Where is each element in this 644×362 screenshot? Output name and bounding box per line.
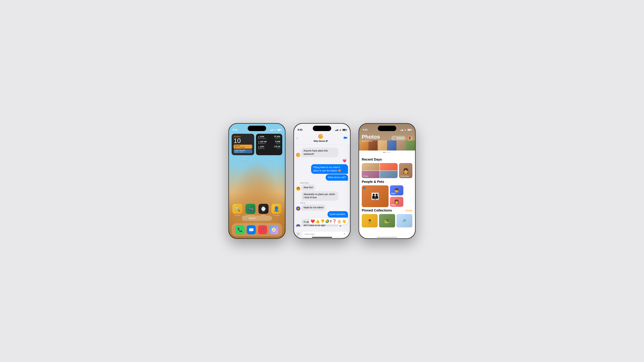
- dot[interactable]: [386, 152, 386, 153]
- msg-row: 😊 Anyone have plans this weekend?: [296, 148, 348, 157]
- wifi-icon-photos: ▲: [404, 129, 406, 131]
- dock: 📞 ✉️ 🎵 🧭: [232, 223, 282, 236]
- modify-button[interactable]: Modify: [406, 209, 412, 212]
- message-bubble: 💗: [341, 158, 348, 164]
- widgets-row: Monday 10 Site visit 10:15 – 10:45AM Lun…: [232, 134, 282, 155]
- dot[interactable]: [390, 152, 390, 153]
- msg-row: 🧔 Nada for me either!: [296, 204, 348, 211]
- msg-row: Flying down to my sister's place to see …: [296, 164, 348, 174]
- person-card-group[interactable]: 👪 👥: [362, 185, 388, 207]
- chevron-right-icon: ›: [392, 209, 394, 212]
- app-find-my[interactable]: 🔍 Find My: [232, 204, 243, 217]
- dynamic-island: [248, 126, 266, 131]
- phone-messages: 9:41 ▲: [294, 123, 350, 239]
- status-bar-photos: 9:41 ▲: [359, 124, 415, 132]
- wifi-icon: ▲: [274, 129, 276, 131]
- msg-row: What about y'all?: [296, 174, 348, 181]
- dock-music[interactable]: 🎵: [258, 225, 267, 234]
- person-card-maya[interactable]: 👩 Maya: [390, 197, 403, 207]
- msg-row: 💗: [296, 158, 348, 164]
- avatar: 🧔: [296, 206, 300, 211]
- home-indicator: [312, 237, 332, 238]
- people-grid: 👪 👥 👦 Amit 👩 Maya: [362, 185, 412, 207]
- contact-info: 😊 Silly Geese 🕊: [314, 134, 328, 142]
- recent-days-section: Recent Days ›: [362, 158, 412, 161]
- group-avatar: 😊: [318, 134, 324, 139]
- messages-header: ‹ 😊 Silly Geese 🕊: [294, 132, 350, 144]
- message-bubble: Absolutely no plans yet, which I kind of…: [301, 191, 338, 201]
- back-button[interactable]: ‹: [297, 136, 298, 140]
- user-avatar[interactable]: 👤: [407, 136, 412, 141]
- pinned-card[interactable]: 🐢: [379, 214, 395, 227]
- dock-safari[interactable]: 🧭: [269, 225, 278, 234]
- message-bubble: Flying down to my sister's place to see …: [311, 164, 348, 174]
- photos-search-button[interactable]: 🔍 Search: [391, 136, 406, 140]
- dynamic-island-msg: [313, 126, 331, 131]
- avatar: 🧑: [296, 186, 300, 191]
- app-facetime[interactable]: 📹 FaceTime: [245, 204, 256, 217]
- photos-content: Recent Days › Today: [359, 155, 415, 238]
- recent-days-grid: Today 👧 Yesterday: [362, 163, 412, 178]
- avatar: 🧔: [296, 224, 300, 227]
- status-icons: ▲: [270, 129, 281, 131]
- messages-list: 😊 Anyone have plans this weekend? 💗 Flyi…: [294, 145, 350, 227]
- message-bubble: Anyone have plans this weekend?: [301, 148, 338, 157]
- widget-labels: Calendar Stocks: [232, 159, 282, 161]
- person-card-amit[interactable]: 👦 Amit: [390, 185, 403, 195]
- stock-item-sp500: ▲ S&P 500 Standard &... 5,036 +80.48: [258, 140, 280, 144]
- pinned-grid: 🌻 🐢 🗺️: [362, 214, 412, 227]
- message-bubble: Aww fun!: [301, 184, 315, 191]
- pinned-card[interactable]: 🌻: [362, 214, 378, 227]
- message-bubble: What about y'all?: [326, 174, 348, 181]
- message-input[interactable]: iMessage 🎙: [302, 231, 348, 237]
- message-bubble: Quick question:: [328, 211, 348, 218]
- photos-header: Photos 8,342 Items 🔍 Search 👤: [359, 132, 415, 144]
- dock-mail[interactable]: ✉️: [247, 225, 256, 234]
- widget-calendar[interactable]: Monday 10 Site visit 10:15 – 10:45AM Lun…: [232, 134, 254, 155]
- group-icon: 👥: [363, 186, 366, 189]
- scene: 9:41 ▲: [215, 113, 429, 249]
- photos-nav-dots: [359, 152, 415, 153]
- battery-icon-msg: [342, 129, 346, 131]
- app-watch[interactable]: ⌚ Watch: [258, 204, 269, 217]
- search-bar[interactable]: 🔍 Search: [242, 216, 272, 221]
- signal-icon: [270, 129, 273, 131]
- dot[interactable]: [384, 152, 384, 153]
- app-grid: 🔍 Find My 📹 FaceTime ⌚ Wa: [232, 204, 282, 217]
- plus-button[interactable]: +: [296, 232, 301, 237]
- photo-card-today[interactable]: Today: [362, 163, 398, 178]
- battery-icon-photos: [407, 129, 412, 131]
- photos-title: Photos: [362, 134, 380, 140]
- phone-home: 9:41 ▲: [228, 123, 286, 239]
- chevron-right-icon: ›: [385, 180, 386, 183]
- video-call-button[interactable]: [344, 136, 347, 140]
- widget-stocks[interactable]: ▲ DOW Dow Jones I... 37,816 +570.17 ▲ S&…: [256, 134, 282, 155]
- msg-row: Absolutely no plans yet, which I kind of…: [296, 191, 348, 201]
- wifi-icon-msg: ▲: [339, 129, 341, 131]
- svg-rect-0: [344, 137, 346, 139]
- people-pets-section: People & Pets ›: [362, 180, 412, 184]
- dot[interactable]: [388, 152, 388, 153]
- stock-item-dow: ▲ DOW Dow Jones I... 37,816 +570.17: [258, 135, 280, 139]
- app-contacts[interactable]: 👤 Contacts: [271, 204, 282, 217]
- photo-card-yesterday[interactable]: 👧 Yesterday: [399, 163, 412, 178]
- pinned-card[interactable]: 🗺️: [396, 214, 412, 227]
- dock-phone[interactable]: 📞: [236, 225, 244, 234]
- message-input-bar: + iMessage 🎙: [296, 231, 348, 237]
- sender-label: Will Xu: [300, 202, 348, 204]
- battery-icon: [277, 129, 281, 131]
- status-time: 9:41: [232, 128, 238, 131]
- pinned-section: Pinned Collections ›: [362, 209, 394, 212]
- chevron-right-icon: ›: [382, 158, 384, 161]
- pinned-header: Pinned Collections › Modify: [362, 209, 412, 212]
- signal-icon-photos: [400, 129, 403, 131]
- photos-count: 8,342 Items: [362, 140, 380, 142]
- avatar: 😊: [296, 153, 300, 157]
- mic-icon: 🎙: [344, 233, 346, 236]
- search-icon: 🔍: [393, 137, 396, 139]
- stock-item-aapl: ▲ AAPL Apple Inc... 170.33 +3.17: [258, 145, 280, 149]
- msg-row: 🧑 Aww fun!: [296, 184, 348, 191]
- signal-icon-msg: [335, 129, 338, 131]
- home-indicator-photos: [377, 237, 397, 238]
- message-bubble: Nada for me either!: [301, 204, 326, 211]
